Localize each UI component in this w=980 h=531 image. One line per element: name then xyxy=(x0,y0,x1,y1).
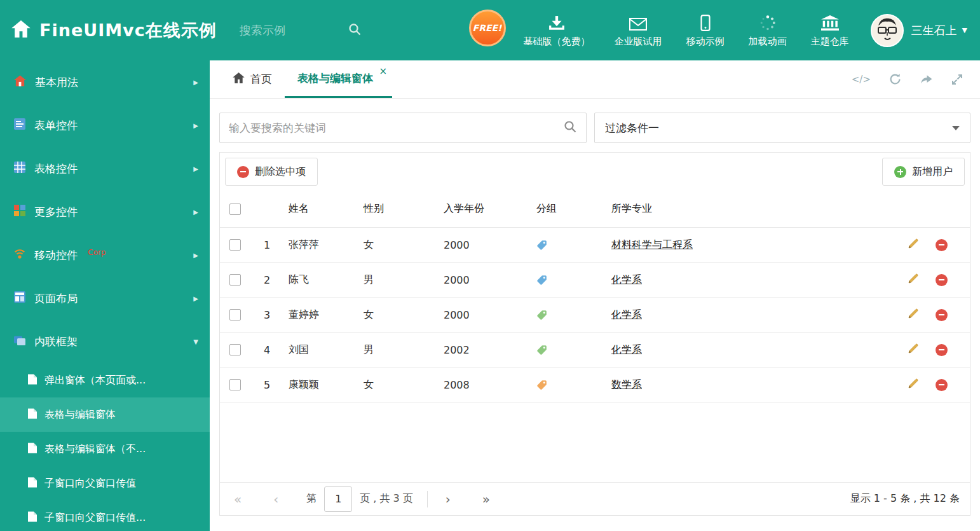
nav-basic-free[interactable]: FREE! 基础版（免费） xyxy=(524,13,590,48)
edit-icon[interactable] xyxy=(908,308,919,322)
sidebar-subitem-popup-window[interactable]: 弹出窗体（本页面或... xyxy=(0,363,210,397)
filter-dropdown[interactable]: 过滤条件一 xyxy=(594,113,970,143)
first-page-button[interactable]: « xyxy=(230,492,245,507)
avatar[interactable] xyxy=(871,14,904,47)
sidebar-item-label: 内联框架 xyxy=(34,334,78,349)
sidebar-subitem-child-to-parent[interactable]: 子窗口向父窗口传值 xyxy=(0,466,210,500)
col-group: 分组 xyxy=(531,202,606,216)
delete-icon[interactable] xyxy=(936,379,948,391)
file-icon xyxy=(28,477,37,490)
tab-close-icon[interactable]: × xyxy=(379,66,387,77)
major-link[interactable]: 数学系 xyxy=(611,378,642,390)
header-search[interactable] xyxy=(240,22,376,39)
caret-down-icon: ▼ xyxy=(962,26,967,34)
cell-name: 陈飞 xyxy=(283,273,358,287)
delete-icon[interactable] xyxy=(936,309,948,321)
tag-icon[interactable] xyxy=(531,310,606,321)
edit-icon[interactable] xyxy=(908,378,919,392)
source-code-icon[interactable]: </> xyxy=(852,74,871,85)
prev-page-button[interactable]: ‹ xyxy=(269,492,282,507)
refresh-icon[interactable] xyxy=(888,72,902,86)
nav-loading-anim[interactable]: 加载动画 xyxy=(749,13,787,48)
row-checkbox[interactable] xyxy=(229,239,241,251)
edit-icon[interactable] xyxy=(908,273,919,287)
mobile-icon xyxy=(700,13,711,31)
table-row: 5 康颖颖 女 2008 数学系 xyxy=(220,368,970,403)
sidebar-subitem-grid-edit-window-2[interactable]: 表格与编辑窗体（不... xyxy=(0,432,210,466)
row-checkbox[interactable] xyxy=(229,379,241,390)
nav-theme-repo[interactable]: 主题仓库 xyxy=(811,13,849,48)
brand[interactable]: FineUIMvc在线示例 xyxy=(0,19,217,42)
nav-label: 主题仓库 xyxy=(811,36,849,48)
header-search-input[interactable] xyxy=(240,24,348,37)
page-number-input[interactable] xyxy=(324,486,352,512)
search-icon[interactable] xyxy=(348,22,362,39)
chevron-right-icon: ▶ xyxy=(193,295,198,302)
add-user-button[interactable]: 新增用户 xyxy=(882,158,965,186)
keyword-search-input[interactable] xyxy=(229,121,563,134)
sidebar-subitem-label: 弹出窗体（本页面或... xyxy=(44,374,146,387)
sidebar-subitem-child-to-parent-2[interactable]: 子窗口向父窗口传值... xyxy=(0,500,210,531)
delete-selected-button[interactable]: 删除选中项 xyxy=(225,158,318,186)
sidebar-subitem-label: 子窗口向父窗口传值 xyxy=(44,477,136,490)
user-menu[interactable]: 三生石上 ▼ xyxy=(871,14,980,47)
chevron-right-icon: ▶ xyxy=(193,252,198,259)
sidebar-subitem-grid-edit-window[interactable]: 表格与编辑窗体 xyxy=(0,397,210,432)
cell-year: 2002 xyxy=(439,344,531,356)
cell-year: 2008 xyxy=(439,379,531,391)
sidebar-item-grid[interactable]: 表格控件 ▶ xyxy=(0,147,210,190)
user-name[interactable]: 三生石上 ▼ xyxy=(911,23,967,38)
major-link[interactable]: 化学系 xyxy=(611,343,642,355)
sidebar-item-iframe[interactable]: 内联框架 ▼ xyxy=(0,320,210,363)
keyword-search[interactable] xyxy=(219,113,587,143)
row-checkbox[interactable] xyxy=(229,309,241,321)
row-checkbox[interactable] xyxy=(229,344,241,355)
tag-icon[interactable] xyxy=(531,380,606,390)
home-tab-icon xyxy=(233,72,245,86)
last-page-button[interactable]: » xyxy=(479,492,494,507)
sidebar-subitem-label: 表格与编辑窗体（不... xyxy=(44,443,146,456)
edit-icon[interactable] xyxy=(908,238,919,252)
sidebar-item-label: 基本用法 xyxy=(35,75,78,90)
cell-name: 刘国 xyxy=(283,343,358,357)
major-link[interactable]: 化学系 xyxy=(611,308,642,321)
delete-icon[interactable] xyxy=(936,274,948,286)
tag-icon[interactable] xyxy=(531,240,606,251)
chevron-right-icon: ▶ xyxy=(193,79,198,86)
blocks-icon xyxy=(14,205,25,219)
sidebar-item-mobile[interactable]: 移动控件 Corp ▶ xyxy=(0,233,210,277)
edit-icon[interactable] xyxy=(908,343,919,357)
sidebar-item-more[interactable]: 更多控件 ▶ xyxy=(0,190,210,233)
bank-icon xyxy=(821,13,839,31)
search-icon[interactable] xyxy=(563,120,577,136)
select-all-checkbox[interactable] xyxy=(229,203,241,215)
tag-icon[interactable] xyxy=(531,345,606,355)
cell-year: 2000 xyxy=(439,274,531,286)
sidebar-item-form[interactable]: 表单控件 ▶ xyxy=(0,104,210,147)
expand-icon[interactable] xyxy=(951,73,963,86)
next-page-button[interactable]: › xyxy=(442,492,454,507)
nav-mobile-demo[interactable]: 移动示例 xyxy=(686,13,725,48)
share-icon[interactable] xyxy=(920,72,933,86)
col-gender: 性别 xyxy=(358,202,439,216)
sidebar-item-layout[interactable]: 页面布局 ▶ xyxy=(0,277,210,320)
row-index: 4 xyxy=(250,344,283,356)
page-suffix: 页 , 共 3 页 xyxy=(360,492,413,506)
col-name: 姓名 xyxy=(283,202,358,216)
sidebar-item-basic[interactable]: 基本用法 ▶ xyxy=(0,60,210,104)
tab-grid-edit-window[interactable]: 表格与编辑窗体 × xyxy=(285,60,392,98)
delete-icon[interactable] xyxy=(936,239,948,251)
caret-down-icon xyxy=(952,126,960,130)
nav-label: 移动示例 xyxy=(686,36,725,48)
major-link[interactable]: 化学系 xyxy=(611,273,642,286)
tab-home[interactable]: 首页 xyxy=(220,60,285,98)
delete-icon[interactable] xyxy=(936,344,948,356)
row-checkbox[interactable] xyxy=(229,274,241,286)
cell-year: 2000 xyxy=(439,239,531,251)
tag-icon[interactable] xyxy=(531,275,606,286)
major-link[interactable]: 材料科学与工程系 xyxy=(611,238,693,251)
pager-divider xyxy=(427,491,428,507)
cell-gender: 女 xyxy=(358,238,439,252)
record-summary: 显示 1 - 5 条 , 共 12 条 xyxy=(850,492,960,506)
nav-enterprise-trial[interactable]: 企业版试用 xyxy=(615,13,662,48)
